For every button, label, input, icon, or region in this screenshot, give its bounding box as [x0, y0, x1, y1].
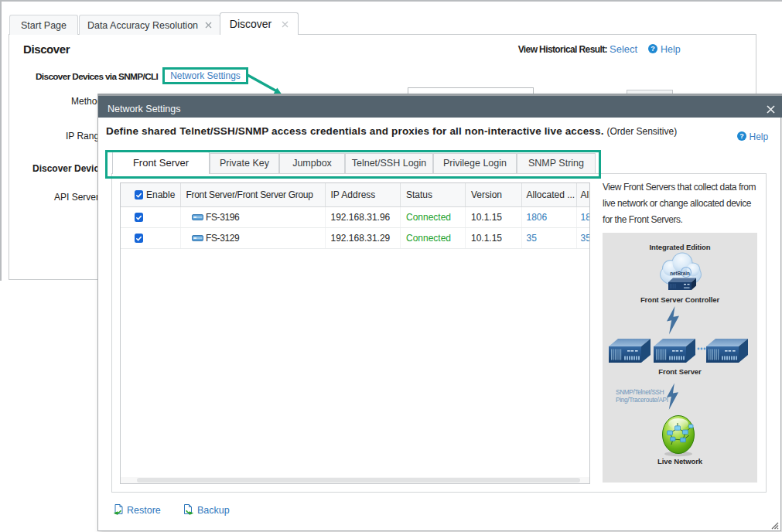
- scrollbar-thumb[interactable]: [137, 478, 580, 483]
- tab-discover-label: Discover: [230, 18, 271, 30]
- tab-data-accuracy-resolution[interactable]: Data Accuracy Resolution: [79, 15, 220, 35]
- restore-button[interactable]: Restore: [113, 504, 161, 516]
- allocated-link[interactable]: 35: [581, 233, 591, 244]
- front-server-icon: [192, 214, 203, 220]
- tab-telnet-ssh-login[interactable]: Telnet/SSH Login: [345, 153, 433, 173]
- column-allocated: Allocated ...: [522, 183, 577, 206]
- status-connected: Connected: [406, 212, 451, 223]
- cloud-controller-icon: netBrain: [658, 252, 703, 293]
- lightning-bolt-icon: [666, 306, 680, 335]
- tab-jumpbox[interactable]: Jumpbox: [279, 153, 345, 173]
- side-panel-line: live network or change allocated device: [603, 196, 767, 212]
- allocated-link[interactable]: 1806: [581, 212, 591, 223]
- cell-ip-address: 192.168.31.96: [326, 207, 401, 227]
- lightning-bolt-icon: [666, 383, 679, 411]
- window-border-left: [0, 0, 2, 281]
- help-link[interactable]: Help: [750, 131, 769, 142]
- table-row[interactable]: FS-3196 192.168.31.96 Connected 10.1.15 …: [121, 207, 590, 228]
- tab-private-key[interactable]: Private Key: [210, 153, 279, 173]
- horizontal-scrollbar[interactable]: [121, 477, 589, 483]
- front-server-label: Front Server: [603, 367, 757, 376]
- tab-jumpbox-label: Jumpbox: [292, 158, 332, 169]
- front-server-icon: [706, 338, 748, 363]
- tab-private-key-label: Private Key: [220, 158, 269, 169]
- close-tab-icon[interactable]: [282, 21, 289, 28]
- cell-allocated: 35: [522, 228, 577, 248]
- backup-button-label: Backup: [197, 505, 230, 516]
- tab-privilege-login[interactable]: Privilege Login: [433, 153, 517, 173]
- enable-checkbox[interactable]: [135, 234, 144, 243]
- side-panel-description: View Front Servers that collect data fro…: [603, 179, 767, 228]
- cell-version: 10.1.15: [466, 207, 522, 227]
- dialog-titlebar: Network Settings: [98, 94, 782, 118]
- select-link[interactable]: Select: [610, 43, 637, 55]
- protocols-label: SNMP/Telnet/SSH Ping/Traceroute/API: [616, 389, 668, 404]
- tab-snmp-string[interactable]: SNMP String: [517, 153, 596, 173]
- close-tab-icon[interactable]: [205, 22, 212, 29]
- network-settings-button-label: Network Settings: [170, 70, 241, 81]
- network-settings-button[interactable]: Network Settings: [162, 67, 248, 84]
- backup-button[interactable]: Backup: [183, 504, 230, 516]
- column-allocated-2: Allocated: [577, 183, 590, 206]
- tab-start-page[interactable]: Start Page: [9, 15, 78, 35]
- enable-checkbox[interactable]: [135, 213, 144, 222]
- live-network-label: Live Network: [603, 457, 757, 466]
- netbrain-logo-text: netBrain: [670, 271, 690, 276]
- cell-front-server: FS-3129: [181, 228, 326, 248]
- network-settings-dialog: Network Settings Define shared Telnet/SS…: [97, 94, 781, 531]
- cell-allocated-2: 1806: [577, 207, 590, 227]
- column-enable: Enable: [121, 183, 181, 206]
- front-server-icon: [192, 235, 203, 241]
- view-historical-result-label: View Historical Result:: [518, 44, 607, 55]
- select-all-checkbox[interactable]: [135, 190, 144, 200]
- cell-front-server: FS-3196: [181, 207, 326, 227]
- table-header-row: Enable Front Server/Front Server Group I…: [121, 183, 590, 207]
- front-server-name: FS-3196: [206, 212, 239, 223]
- discover-devices-snmp-cli-label: Discover Devices via SNMP/CLI: [36, 71, 158, 82]
- protocols-line2: Ping/Traceroute/API: [616, 397, 668, 404]
- protocols-line1: SNMP/Telnet/SSH: [616, 389, 668, 397]
- restore-button-label: Restore: [127, 505, 161, 516]
- help-icon[interactable]: ?: [648, 44, 657, 53]
- tab-discover[interactable]: Discover: [220, 12, 299, 35]
- column-version: Version: [466, 183, 522, 206]
- restore-icon: [113, 504, 124, 516]
- tab-snmp-string-label: SNMP String: [528, 158, 584, 169]
- front-server-controller-label: Front Server Controller: [603, 295, 757, 304]
- cell-enable: [121, 228, 181, 248]
- close-icon[interactable]: [767, 105, 775, 114]
- dialog-description-note: (Order Sensitive): [606, 126, 677, 137]
- resize-grip[interactable]: [770, 521, 779, 530]
- allocated-link[interactable]: 35: [527, 233, 537, 244]
- cell-status: Connected: [401, 228, 466, 248]
- api-servers-label: API Servers: [54, 192, 104, 203]
- front-server-icon: [609, 338, 651, 363]
- tab-front-server-label: Front Server: [133, 157, 189, 169]
- allocated-link[interactable]: 1806: [527, 212, 548, 223]
- front-server-icon: [654, 338, 695, 363]
- help-icon[interactable]: ?: [737, 131, 746, 141]
- page-title: Discover: [23, 43, 70, 56]
- tab-content-area: Enable Front Server/Front Server Group I…: [111, 173, 767, 493]
- column-ip-address: IP Address: [326, 183, 401, 206]
- help-link[interactable]: Help: [661, 44, 681, 55]
- tab-privilege-login-label: Privilege Login: [443, 158, 507, 169]
- check-icon: [135, 192, 142, 199]
- front-server-name: FS-3129: [206, 233, 239, 244]
- cell-allocated-2: 35: [577, 228, 590, 248]
- cell-status: Connected: [401, 207, 466, 227]
- check-icon: [135, 214, 142, 221]
- side-panel-line: View Front Servers that collect data fro…: [603, 179, 767, 196]
- table-row[interactable]: FS-3129 192.168.31.29 Connected 10.1.15 …: [121, 228, 590, 249]
- dialog-description-bold: Define shared Telnet/SSH/SNMP access cre…: [106, 125, 604, 137]
- ellipsis-dots: [697, 346, 706, 351]
- backup-icon: [183, 504, 194, 516]
- cell-allocated: 1806: [522, 207, 577, 227]
- tab-dar-label: Data Accuracy Resolution: [87, 20, 198, 31]
- cell-version: 10.1.15: [466, 228, 522, 248]
- column-status: Status: [401, 183, 466, 206]
- front-server-diagram: Integrated Edition: [603, 233, 757, 483]
- tab-front-server[interactable]: Front Server: [112, 152, 210, 174]
- front-server-table: Enable Front Server/Front Server Group I…: [120, 182, 590, 484]
- cell-enable: [121, 207, 181, 227]
